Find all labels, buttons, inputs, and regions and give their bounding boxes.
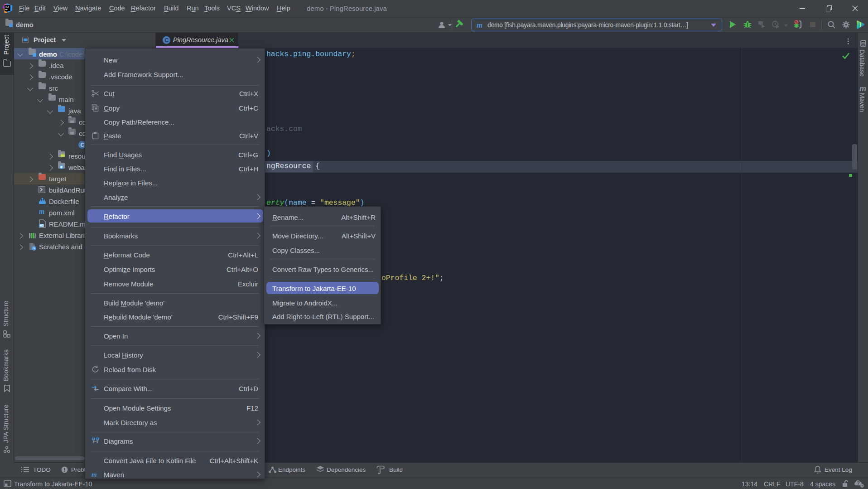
svg-text:?: ? <box>857 481 860 486</box>
svg-text:MD: MD <box>39 223 44 227</box>
svg-text:IJ: IJ <box>5 6 9 9</box>
